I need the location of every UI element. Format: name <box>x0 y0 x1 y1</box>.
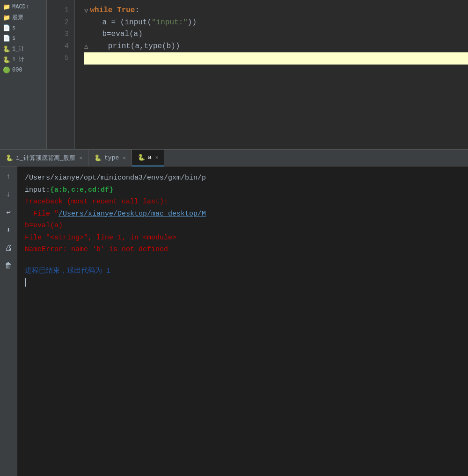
terminal-actions: ↑ ↓ ↩ ⬇ 🖨 🗑 <box>0 166 17 476</box>
terminal-input-line: input:{a:b,c:e,cd:df} <box>25 184 461 196</box>
tab-close-type[interactable]: ✕ <box>123 155 126 161</box>
tab-type[interactable]: 🐍 type ✕ <box>88 150 132 166</box>
terminal-error-line: NameError: name 'b' is not defined <box>25 244 461 256</box>
line-num-3: 3 <box>47 29 74 41</box>
terminal-output[interactable]: /Users/xianye/opt/miniconda3/envs/gxm/bi… <box>17 166 468 476</box>
code-line-5 <box>84 52 468 65</box>
code-content: 1 2 3 4 5 ▽ while True : a = ( <box>47 0 468 149</box>
keyword-while: while <box>90 5 112 17</box>
file-icon-2: 📄 <box>3 35 10 42</box>
sidebar-item-macd[interactable]: 📁 MACD↑ <box>0 2 46 12</box>
terminal-path-line: /Users/xianye/opt/miniconda3/envs/gxm/bi… <box>25 172 461 184</box>
terminal-section: 🐍 1_计算顶底背离_股票 ✕ 🐍 type ✕ 🐍 a ✕ ↑ ↓ ↩ ⬇ 🖨… <box>0 150 468 476</box>
green-file-icon: 🟢 <box>3 66 10 74</box>
line-numbers: 1 2 3 4 5 <box>47 0 75 149</box>
terminal-traceback-header: Traceback (most recent call last): <box>25 196 461 208</box>
sidebar-item-stocks[interactable]: 📁 股票 <box>0 12 46 23</box>
sidebar-item-s2[interactable]: 📄 s <box>0 33 46 43</box>
tab-1-calc[interactable]: 🐍 1_计算顶底背离_股票 ✕ <box>0 150 88 166</box>
terminal-tab-bar: 🐍 1_计算顶底背离_股票 ✕ 🐍 type ✕ 🐍 a ✕ <box>0 150 468 166</box>
terminal-file-line2: File "<string>", line 1, in <module> <box>25 232 461 244</box>
debug-arrow-1: ▽ <box>84 6 88 16</box>
debug-arrow-4: △ <box>84 41 88 51</box>
back-button[interactable]: ↩ <box>2 206 15 219</box>
builtin-eval: eval <box>111 29 129 41</box>
download-button[interactable]: ⬇ <box>2 224 15 237</box>
terminal-spacer <box>25 256 461 265</box>
code-line-2: a = ( input ( "input:" )) <box>84 17 468 29</box>
code-line-4: △ print (a, type (b)) <box>84 41 468 53</box>
trash-button[interactable]: 🗑 <box>2 259 15 272</box>
string-input: "input:" <box>152 17 188 29</box>
terminal-file-line1: File "/Users/xianye/Desktop/mac_desktop/… <box>25 208 461 220</box>
folder-icon-2: 📁 <box>3 14 10 22</box>
keyword-true: True <box>117 5 135 17</box>
tab-a[interactable]: 🐍 a ✕ <box>132 150 164 166</box>
builtin-type: type <box>144 41 162 53</box>
tab-icon-a: 🐍 <box>138 154 145 161</box>
line-num-5: 5 <box>47 52 74 65</box>
tab-icon-type: 🐍 <box>94 154 102 162</box>
sidebar-item-s1[interactable]: 📄 s <box>0 23 46 33</box>
tab-close-a[interactable]: ✕ <box>155 154 159 160</box>
sidebar-item-py1[interactable]: 🐍 1_计 <box>0 43 46 54</box>
tab-close-calc[interactable]: ✕ <box>79 155 82 161</box>
sidebar-item-000[interactable]: 🟢 000 <box>0 65 46 75</box>
print-button[interactable]: 🖨 <box>2 241 15 254</box>
tab-icon-calc: 🐍 <box>6 154 13 162</box>
scroll-up-button[interactable]: ↑ <box>2 170 15 183</box>
line-num-2: 2 <box>47 17 74 29</box>
code-line-3: b= eval (a) <box>84 29 468 41</box>
python-icon-2: 🐍 <box>3 56 10 64</box>
scroll-down-button[interactable]: ↓ <box>2 188 15 201</box>
code-line-1: ▽ while True : <box>84 5 468 17</box>
sidebar-item-py2[interactable]: 🐍 1_计 <box>0 54 46 65</box>
terminal-body: ↑ ↓ ↩ ⬇ 🖨 🗑 /Users/xianye/opt/miniconda3… <box>0 166 468 476</box>
sidebar: 📁 MACD↑ 📁 股票 📄 s 📄 s 🐍 1_计 🐍 1_计 🟢 000 <box>0 0 47 149</box>
code-lines-container[interactable]: ▽ while True : a = ( input ( "input:" )) <box>75 0 468 149</box>
folder-icon: 📁 <box>3 3 10 11</box>
python-icon-1: 🐍 <box>3 45 10 53</box>
terminal-cursor <box>25 278 26 287</box>
code-editor: 1 2 3 4 5 ▽ while True : a = ( <box>47 0 468 149</box>
terminal-cursor-line <box>25 277 461 289</box>
line-num-4: 4 <box>47 41 74 53</box>
builtin-input: input <box>124 17 147 29</box>
line-num-1: 1 <box>47 5 74 17</box>
terminal-code-line: b=eval(a) <box>25 220 461 232</box>
file-icon-1: 📄 <box>3 24 10 32</box>
builtin-print: print <box>108 41 131 53</box>
terminal-process-end: 进程已结束，退出代码为 1 <box>25 265 461 277</box>
editor-section: 📁 MACD↑ 📁 股票 📄 s 📄 s 🐍 1_计 🐍 1_计 🟢 000 <box>0 0 468 150</box>
